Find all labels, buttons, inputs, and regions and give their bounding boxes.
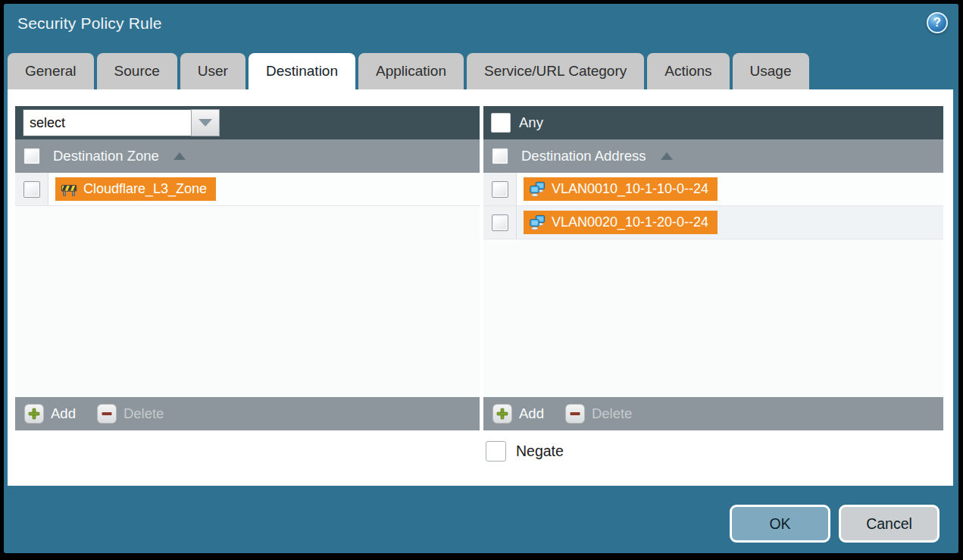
cancel-button[interactable]: Cancel bbox=[839, 505, 940, 543]
address-row-checkbox-cell bbox=[483, 206, 517, 239]
address-row-checkbox[interactable] bbox=[492, 214, 508, 231]
tab-actions[interactable]: Actions bbox=[647, 53, 729, 89]
add-icon bbox=[492, 404, 512, 424]
zone-panel-header bbox=[15, 106, 480, 139]
zone-select-all-checkbox[interactable] bbox=[23, 148, 40, 164]
tab-destination[interactable]: Destination bbox=[249, 53, 355, 89]
address-column-header[interactable]: Destination Address bbox=[483, 139, 943, 173]
zone-select-input[interactable] bbox=[23, 109, 191, 136]
zone-list: Cloudflare_L3_Zone bbox=[15, 173, 480, 397]
address-list: VLAN0010_10-1-10-0--24 bbox=[483, 173, 943, 397]
address-entry[interactable]: VLAN0020_10-1-20-0--24 bbox=[524, 211, 718, 234]
zone-select-dropdown-button[interactable] bbox=[191, 109, 220, 136]
address-panel-footer: Add Delete bbox=[483, 397, 943, 430]
any-label: Any bbox=[519, 114, 543, 131]
zone-column-label: Destination Zone bbox=[53, 148, 159, 164]
zone-entry-label: Cloudflare_L3_Zone bbox=[83, 181, 207, 197]
add-icon bbox=[24, 404, 44, 424]
negate-checkbox[interactable] bbox=[486, 441, 506, 461]
zone-delete-button[interactable]: Delete bbox=[97, 404, 164, 424]
destination-tab-content: Destination Zone bbox=[8, 89, 953, 486]
destination-address-panel: Any Destination Address bbox=[483, 106, 943, 430]
tab-application[interactable]: Application bbox=[358, 53, 464, 89]
any-checkbox[interactable] bbox=[491, 113, 511, 133]
zone-add-label: Add bbox=[51, 405, 76, 422]
zone-row-checkbox[interactable] bbox=[23, 181, 40, 198]
destination-zone-panel: Destination Zone bbox=[15, 106, 480, 430]
zone-column-header[interactable]: Destination Zone bbox=[15, 139, 480, 173]
address-add-label: Add bbox=[519, 405, 544, 422]
help-icon[interactable]: ? bbox=[927, 12, 948, 33]
address-row[interactable]: VLAN0010_10-1-10-0--24 bbox=[483, 173, 943, 206]
address-row[interactable]: VLAN0020_10-1-20-0--24 bbox=[483, 206, 943, 239]
dialog-title: Security Policy Rule bbox=[17, 14, 162, 33]
tab-usage[interactable]: Usage bbox=[733, 53, 809, 89]
address-column-label: Destination Address bbox=[521, 148, 646, 164]
zone-add-button[interactable]: Add bbox=[24, 404, 76, 424]
address-add-button[interactable]: Add bbox=[492, 404, 544, 424]
tab-bar: General Source User Destination Applicat… bbox=[8, 53, 809, 89]
zone-panel-footer: Add Delete bbox=[15, 397, 480, 430]
ok-button[interactable]: OK bbox=[730, 505, 830, 543]
address-icon bbox=[529, 181, 546, 198]
tab-general[interactable]: General bbox=[8, 53, 94, 89]
chevron-down-icon bbox=[199, 119, 212, 127]
address-entry-label: VLAN0020_10-1-20-0--24 bbox=[552, 214, 708, 230]
delete-icon bbox=[97, 404, 117, 424]
tab-source[interactable]: Source bbox=[97, 53, 177, 89]
negate-label: Negate bbox=[516, 443, 564, 460]
zone-row[interactable]: Cloudflare_L3_Zone bbox=[15, 173, 480, 206]
negate-option: Negate bbox=[486, 441, 564, 461]
zone-entry[interactable]: Cloudflare_L3_Zone bbox=[55, 177, 216, 201]
tab-user[interactable]: User bbox=[180, 53, 245, 89]
address-panel-header: Any bbox=[483, 106, 943, 139]
security-policy-rule-dialog: Security Policy Rule ? General Source Us… bbox=[4, 4, 958, 553]
address-delete-button[interactable]: Delete bbox=[565, 404, 632, 424]
delete-icon bbox=[565, 404, 585, 424]
address-icon bbox=[529, 214, 546, 231]
address-select-all-checkbox[interactable] bbox=[492, 148, 508, 164]
address-entry[interactable]: VLAN0010_10-1-10-0--24 bbox=[524, 177, 718, 201]
address-entry-label: VLAN0010_10-1-10-0--24 bbox=[552, 181, 708, 197]
tab-service-url-category[interactable]: Service/URL Category bbox=[467, 53, 644, 89]
zone-delete-label: Delete bbox=[124, 405, 164, 422]
zone-select-combo bbox=[23, 109, 220, 136]
address-row-checkbox-cell bbox=[483, 173, 517, 205]
sort-asc-icon bbox=[661, 152, 673, 160]
address-delete-label: Delete bbox=[592, 405, 632, 422]
zone-row-checkbox-cell bbox=[15, 173, 48, 205]
zone-icon bbox=[61, 181, 77, 198]
address-row-checkbox[interactable] bbox=[492, 181, 508, 198]
sort-asc-icon bbox=[174, 152, 186, 160]
